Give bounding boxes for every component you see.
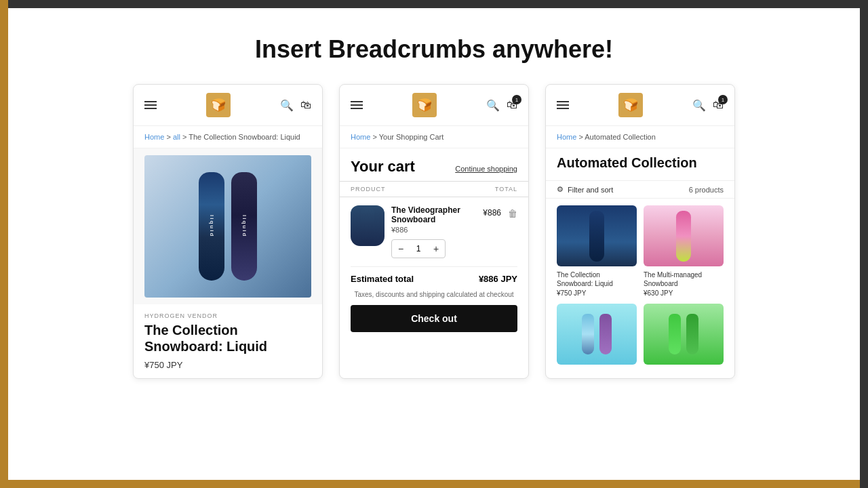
- logo-icon: [412, 93, 437, 117]
- product-card-sm: [644, 304, 724, 370]
- collection-title: Automated Collection: [557, 155, 724, 171]
- breadcrumb: Home > Automated Collection: [546, 126, 734, 148]
- cart-item: The Videographer Snowboard ¥886 − 1 + ¥8…: [340, 197, 528, 266]
- product-image-2[interactable]: [644, 205, 724, 266]
- breadcrumb-all[interactable]: all: [173, 133, 180, 141]
- snowboard-left: liquid: [199, 172, 224, 281]
- cart-badge: 1: [512, 95, 521, 104]
- product-image-area: ⊕ liquid liquid: [134, 148, 322, 304]
- cart-nav: 🔍 🛍 1: [340, 85, 528, 126]
- cart-badge: 1: [718, 95, 728, 104]
- filter-label: Filter and sort: [568, 186, 613, 194]
- menu-icon[interactable]: [351, 101, 363, 109]
- product-info: HYDROGEN VENDOR The Collection Snowboard…: [134, 304, 322, 378]
- col-product: PRODUCT: [351, 186, 386, 192]
- breadcrumb: Home > Your Shopping Cart: [340, 126, 528, 148]
- remove-item-button[interactable]: 🗑: [508, 205, 517, 219]
- estimated-total-label: Estimated total: [351, 274, 414, 284]
- product-title: The Collection Snowboard: Liquid: [144, 322, 311, 354]
- product-price-1: ¥750 JPY: [557, 289, 637, 297]
- breadcrumb-current: Automated Collection: [585, 133, 656, 141]
- product-name-2: The Multi-managed Snowboard: [644, 270, 724, 288]
- nav-center: [206, 93, 231, 117]
- product-card-sm: The Multi-managed Snowboard ¥630 JPY: [644, 205, 724, 297]
- nav-right: 🔍 🛍: [280, 99, 311, 112]
- cart-item-total: ¥886: [483, 205, 501, 218]
- nav-center: [618, 93, 643, 117]
- breadcrumb-home[interactable]: Home: [557, 133, 576, 141]
- breadcrumb-home[interactable]: Home: [351, 133, 370, 141]
- nav-center: [412, 93, 437, 117]
- product-card-sm: The Collection Snowboard: Liquid ¥750 JP…: [557, 205, 637, 297]
- product-image-1[interactable]: [557, 205, 637, 266]
- estimated-total-row: Estimated total ¥886 JPY: [340, 267, 528, 291]
- cart-title-row: Your cart Continue shopping: [351, 158, 517, 176]
- snowboard-right: liquid: [231, 172, 257, 281]
- continue-shopping-link[interactable]: Continue shopping: [455, 165, 517, 173]
- cart-item-price: ¥886: [391, 226, 476, 234]
- breadcrumb-home[interactable]: Home: [144, 133, 164, 141]
- nav-left: [351, 101, 363, 109]
- col-total: TOTAL: [495, 186, 517, 192]
- search-button[interactable]: 🔍: [486, 99, 500, 112]
- cart-item-image: [351, 205, 384, 246]
- breadcrumb-current: The Collection Snowboard: Liquid: [189, 133, 300, 141]
- breadcrumb-current: Your Shopping Cart: [379, 133, 444, 141]
- collection-header: Automated Collection: [546, 148, 734, 180]
- menu-icon[interactable]: [557, 101, 569, 109]
- cart-card: 🔍 🛍 1 Home > Your Shopping Cart Your car…: [339, 84, 529, 379]
- product-nav: 🔍 🛍: [134, 85, 322, 126]
- search-button[interactable]: 🔍: [692, 99, 706, 112]
- logo-icon: [206, 93, 231, 117]
- collection-nav: 🔍 🛍 1: [546, 85, 734, 126]
- quantity-decrease-button[interactable]: −: [392, 240, 410, 258]
- page-title: Insert Breadcrumbs anywhere!: [255, 35, 613, 64]
- filter-sort-button[interactable]: ⚙ Filter and sort: [557, 185, 613, 194]
- product-card: 🔍 🛍 Home > all > The Collection Snowboar…: [133, 84, 323, 379]
- cart-item-detail: The Videographer Snowboard ¥886 − 1 +: [391, 205, 476, 258]
- product-price: ¥750 JPY: [144, 360, 311, 370]
- cart-button[interactable]: 🛍 1: [507, 99, 517, 111]
- cart-table-header: PRODUCT TOTAL: [340, 181, 528, 197]
- product-count: 6 products: [689, 186, 724, 194]
- filter-icon: ⚙: [557, 185, 564, 194]
- product-name-1: The Collection Snowboard: Liquid: [557, 270, 637, 288]
- product-price-2: ¥630 JPY: [644, 289, 724, 297]
- logo-icon: [618, 93, 643, 117]
- nav-left: [144, 101, 157, 109]
- cards-container: 🔍 🛍 Home > all > The Collection Snowboar…: [8, 84, 860, 379]
- tax-note: Taxes, discounts and shipping calculated…: [340, 291, 528, 305]
- filter-row: ⚙ Filter and sort 6 products: [546, 180, 734, 199]
- collection-card: 🔍 🛍 1 Home > Automated Collection Automa…: [545, 84, 735, 379]
- estimated-total-value: ¥886 JPY: [479, 274, 517, 284]
- product-image: liquid liquid: [144, 155, 311, 298]
- cart-button[interactable]: 🛍: [300, 99, 311, 111]
- quantity-value: 1: [410, 244, 427, 253]
- breadcrumb: Home > all > The Collection Snowboard: L…: [134, 126, 322, 148]
- product-image-4[interactable]: [644, 304, 724, 365]
- nav-right: 🔍 🛍 1: [692, 99, 724, 112]
- menu-icon[interactable]: [144, 101, 157, 109]
- nav-right: 🔍 🛍 1: [486, 99, 517, 112]
- cart-title: Your cart: [351, 158, 415, 176]
- nav-left: [557, 101, 569, 109]
- quantity-increase-button[interactable]: +: [427, 240, 445, 258]
- product-card-sm: [557, 304, 637, 370]
- search-button[interactable]: 🔍: [280, 99, 294, 112]
- cart-item-name: The Videographer Snowboard: [391, 205, 476, 224]
- cart-header: Your cart Continue shopping: [340, 148, 528, 181]
- cart-button[interactable]: 🛍 1: [713, 99, 724, 111]
- products-grid: The Collection Snowboard: Liquid ¥750 JP…: [546, 199, 734, 377]
- vendor-label: HYDROGEN VENDOR: [144, 312, 311, 319]
- checkout-button[interactable]: Check out: [351, 305, 517, 332]
- product-image-3[interactable]: [557, 304, 637, 365]
- quantity-control: − 1 +: [391, 239, 446, 258]
